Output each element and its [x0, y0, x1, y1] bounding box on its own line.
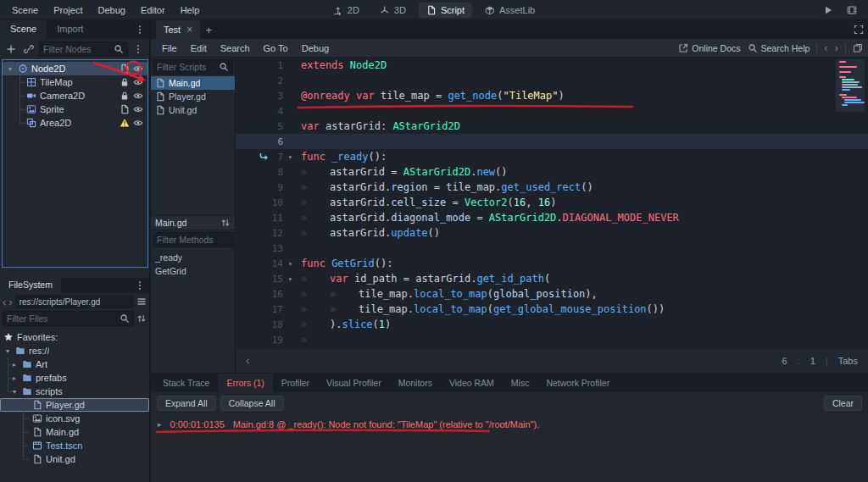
code-line-19[interactable]: 19» [236, 332, 868, 347]
script-icon[interactable] [120, 64, 130, 74]
eye-icon[interactable] [133, 77, 143, 87]
code-line-18[interactable]: 18»).slice(1) [236, 317, 868, 332]
line-number[interactable]: 15 [236, 274, 288, 285]
script-icon[interactable] [120, 104, 130, 114]
debugger-tab-monitors[interactable]: Monitors [390, 374, 441, 392]
menu-editor[interactable]: Editor [134, 3, 172, 18]
code-line-6[interactable]: 6 [236, 134, 868, 149]
script-menu-go-to[interactable]: Go To [258, 41, 294, 56]
debugger-tab-errors-1-[interactable]: Errors (1) [218, 374, 272, 392]
fs-back-icon[interactable]: ‹ [3, 296, 6, 307]
debugger-tab-network-profiler[interactable]: Network Profiler [537, 374, 618, 392]
debugger-tab-visual-profiler[interactable]: Visual Profiler [318, 374, 390, 392]
script-menu-edit[interactable]: Edit [185, 41, 213, 56]
line-number[interactable]: 3 [236, 91, 288, 102]
script-menu-search[interactable]: Search [214, 41, 256, 56]
expand-all-button[interactable]: Expand All [157, 396, 216, 411]
script-item-unit-gd[interactable]: Unit.gd [151, 103, 235, 117]
line-number[interactable]: 10 [236, 197, 288, 208]
script-history-forward-icon[interactable]: › [835, 42, 838, 53]
expander-icon[interactable]: ▾ [6, 65, 14, 73]
method-item-getgrid[interactable]: GetGrid [151, 264, 235, 278]
filter-nodes-input[interactable] [43, 44, 110, 54]
line-number[interactable]: 19 [236, 335, 288, 346]
line-number[interactable]: 8 [236, 167, 288, 178]
fs-forward-icon[interactable]: › [8, 296, 12, 307]
menu-project[interactable]: Project [47, 3, 89, 18]
filter-files-input[interactable] [7, 313, 116, 324]
line-number[interactable]: 17 [236, 304, 288, 315]
code-line-3[interactable]: 3@onready var tile_map = get_node("TileM… [236, 88, 868, 103]
line-number[interactable]: 5 [236, 121, 288, 132]
movie-button[interactable] [844, 3, 860, 18]
script-menu-file[interactable]: File [156, 41, 183, 56]
code-line-10[interactable]: 10»astarGrid.cell_size = Vector2(16, 16) [236, 195, 868, 210]
line-number[interactable]: 11 [236, 213, 288, 224]
fs-entry-favorites-[interactable]: Favorites: [0, 330, 149, 344]
play-button[interactable] [821, 3, 836, 18]
debugger-tab-stack-trace[interactable]: Stack Trace [154, 374, 218, 392]
code-editor[interactable]: 1extends Node2D23@onready var tile_map =… [236, 58, 868, 347]
scene-tab-test[interactable]: Test× [156, 20, 200, 39]
workspace-script[interactable]: Script [419, 3, 472, 18]
fs-entry-prefabs[interactable]: ▸prefabs [0, 371, 149, 385]
method-item-_ready[interactable]: _ready [151, 251, 235, 264]
online-docs-button[interactable]: Online Docs [678, 43, 740, 53]
script-menu-debug[interactable]: Debug [296, 41, 335, 56]
panel-menu-icon[interactable] [135, 280, 145, 291]
code-line-11[interactable]: 11»astarGrid.diagonal_mode = AStarGrid2D… [236, 210, 868, 225]
fold-icon[interactable]: ▾ [288, 275, 301, 283]
debugger-tab-misc[interactable]: Misc [503, 374, 538, 392]
script-item-main-gd[interactable]: Main.gd [151, 76, 235, 90]
debugger-tab-profiler[interactable]: Profiler [273, 374, 318, 392]
script-item-player-gd[interactable]: Player.gd [151, 90, 235, 103]
add-scene-tab-button[interactable]: + [200, 20, 217, 39]
line-number[interactable]: 14 [236, 258, 288, 269]
line-number[interactable]: 6 [236, 136, 288, 147]
workspace-assetlib[interactable]: AssetLib [477, 3, 542, 18]
code-line-2[interactable]: 2 [236, 73, 868, 88]
tab-scene[interactable]: Scene [0, 20, 47, 39]
workspace-2d[interactable]: 2D [326, 3, 367, 18]
eye-icon[interactable] [133, 118, 143, 128]
line-number[interactable]: 4 [236, 106, 288, 117]
line-number[interactable]: 2 [236, 75, 288, 86]
instance-scene-button[interactable] [21, 42, 36, 57]
debugger-tab-video-ram[interactable]: Video RAM [441, 374, 503, 392]
code-line-7[interactable]: 7▾func _ready(): [236, 149, 868, 164]
lock-icon[interactable] [120, 91, 130, 101]
code-line-17[interactable]: 17»»tile_map.local_to_map(get_global_mou… [236, 302, 868, 317]
line-number[interactable]: 16 [236, 289, 288, 300]
tab-import[interactable]: Import [47, 20, 93, 39]
line-number[interactable]: 12 [236, 228, 288, 239]
workspace-3d[interactable]: 3D [372, 3, 414, 18]
code-line-5[interactable]: 5var astarGrid: AStarGrid2D [236, 119, 868, 134]
code-line-1[interactable]: 1extends Node2D [236, 58, 868, 73]
error-row[interactable]: ▸ 0:00:01:0135 Main.gd:8 @ _ready(): Nod… [151, 414, 868, 435]
fs-entry-scripts[interactable]: ▾scripts [0, 385, 149, 398]
sort-files-icon[interactable] [136, 313, 147, 324]
code-line-13[interactable]: 13 [236, 241, 868, 256]
clear-button[interactable]: Clear [824, 396, 862, 411]
line-number[interactable]: 18 [236, 319, 288, 330]
tab-filesystem[interactable]: FileSystem [0, 278, 61, 293]
expand-icon[interactable] [854, 25, 864, 35]
fs-entry-res-[interactable]: ▾res:// [0, 344, 149, 357]
eye-icon[interactable] [133, 91, 143, 101]
scene-tree-menu-icon[interactable] [131, 42, 146, 57]
current-script-header[interactable]: Main.gd [151, 215, 235, 230]
line-number[interactable]: 1 [236, 60, 288, 71]
line-number[interactable]: 9 [236, 182, 288, 193]
code-line-14[interactable]: 14▾func GetGrid(): [236, 256, 868, 271]
fold-icon[interactable]: ▾ [288, 260, 301, 268]
menu-scene[interactable]: Scene [5, 3, 45, 18]
indent-type[interactable]: Tabs [838, 356, 858, 366]
code-line-9[interactable]: 9»astarGrid.region = tile_map.get_used_r… [236, 180, 868, 195]
code-line-15[interactable]: 15▾»var id_path = astarGrid.get_id_path( [236, 271, 868, 286]
scroll-left-icon[interactable]: ‹ [246, 355, 249, 366]
lock-icon[interactable] [120, 77, 130, 87]
search-help-button[interactable]: Search Help [748, 43, 810, 53]
close-icon[interactable]: × [186, 25, 192, 35]
code-line-4[interactable]: 4 [236, 103, 868, 119]
fs-entry-art[interactable]: ▸Art [0, 357, 149, 371]
